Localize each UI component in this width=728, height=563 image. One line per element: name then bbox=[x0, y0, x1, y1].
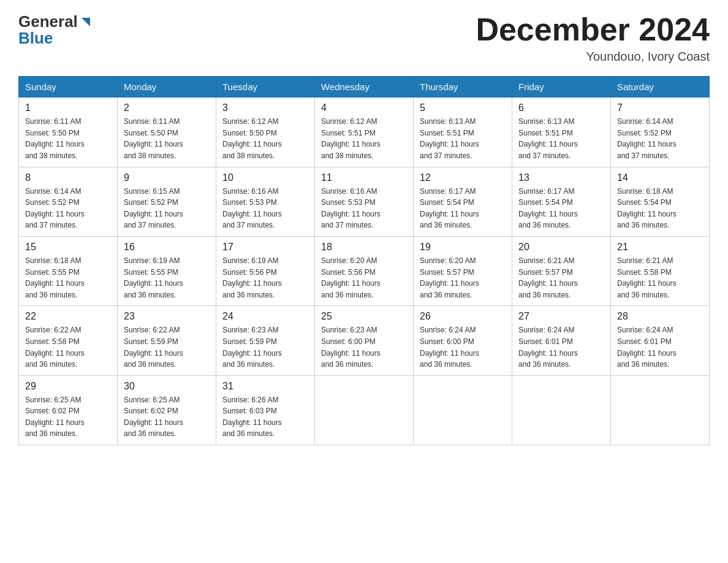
calendar-cell: 22 Sunrise: 6:22 AMSunset: 5:58 PMDaylig… bbox=[19, 306, 118, 375]
calendar-cell: 28 Sunrise: 6:24 AMSunset: 6:01 PMDaylig… bbox=[611, 306, 710, 375]
day-number: 17 bbox=[222, 242, 308, 253]
day-number: 9 bbox=[124, 172, 210, 183]
day-header-saturday: Saturday bbox=[611, 77, 710, 98]
day-header-sunday: Sunday bbox=[19, 77, 118, 98]
calendar-table: SundayMondayTuesdayWednesdayThursdayFrid… bbox=[18, 76, 710, 445]
calendar-cell: 29 Sunrise: 6:25 AMSunset: 6:02 PMDaylig… bbox=[19, 375, 118, 445]
day-number: 3 bbox=[222, 102, 308, 113]
location: Youndouo, Ivory Coast bbox=[476, 50, 710, 64]
calendar-cell: 25 Sunrise: 6:23 AMSunset: 6:00 PMDaylig… bbox=[315, 306, 414, 375]
day-info: Sunrise: 6:23 AMSunset: 6:00 PMDaylight:… bbox=[321, 324, 407, 370]
day-header-monday: Monday bbox=[118, 77, 216, 98]
calendar-cell: 15 Sunrise: 6:18 AMSunset: 5:55 PMDaylig… bbox=[19, 236, 118, 305]
day-number: 18 bbox=[321, 242, 407, 253]
day-info: Sunrise: 6:21 AMSunset: 5:58 PMDaylight:… bbox=[617, 255, 703, 301]
calendar-cell: 27 Sunrise: 6:24 AMSunset: 6:01 PMDaylig… bbox=[512, 306, 611, 375]
calendar-week-row: 1 Sunrise: 6:11 AMSunset: 5:50 PMDayligh… bbox=[19, 98, 710, 167]
calendar-cell: 20 Sunrise: 6:21 AMSunset: 5:57 PMDaylig… bbox=[512, 236, 611, 305]
day-number: 26 bbox=[420, 311, 506, 322]
calendar-cell: 3 Sunrise: 6:12 AMSunset: 5:50 PMDayligh… bbox=[216, 98, 315, 167]
day-number: 13 bbox=[518, 172, 604, 183]
day-number: 10 bbox=[222, 172, 308, 183]
calendar-cell bbox=[611, 375, 710, 445]
day-info: Sunrise: 6:16 AMSunset: 5:53 PMDaylight:… bbox=[321, 186, 407, 231]
calendar-cell: 13 Sunrise: 6:17 AMSunset: 5:54 PMDaylig… bbox=[512, 167, 611, 236]
day-info: Sunrise: 6:24 AMSunset: 6:00 PMDaylight:… bbox=[420, 324, 506, 370]
day-info: Sunrise: 6:15 AMSunset: 5:52 PMDaylight:… bbox=[124, 186, 210, 231]
day-info: Sunrise: 6:22 AMSunset: 5:59 PMDaylight:… bbox=[124, 324, 210, 370]
day-number: 27 bbox=[518, 311, 604, 322]
calendar-cell bbox=[512, 375, 611, 445]
calendar-cell: 9 Sunrise: 6:15 AMSunset: 5:52 PMDayligh… bbox=[118, 167, 216, 236]
day-info: Sunrise: 6:24 AMSunset: 6:01 PMDaylight:… bbox=[518, 324, 604, 370]
calendar-cell: 4 Sunrise: 6:12 AMSunset: 5:51 PMDayligh… bbox=[315, 98, 414, 167]
calendar-week-row: 8 Sunrise: 6:14 AMSunset: 5:52 PMDayligh… bbox=[19, 167, 710, 236]
day-number: 20 bbox=[518, 242, 604, 253]
day-number: 15 bbox=[25, 242, 111, 253]
day-number: 29 bbox=[25, 381, 111, 392]
logo-triangle-icon bbox=[79, 15, 93, 29]
day-info: Sunrise: 6:14 AMSunset: 5:52 PMDaylight:… bbox=[617, 116, 703, 161]
day-number: 28 bbox=[617, 311, 703, 322]
calendar-cell: 2 Sunrise: 6:11 AMSunset: 5:50 PMDayligh… bbox=[118, 98, 216, 167]
calendar-cell: 17 Sunrise: 6:19 AMSunset: 5:56 PMDaylig… bbox=[216, 236, 315, 305]
day-number: 11 bbox=[321, 172, 407, 183]
day-number: 8 bbox=[25, 172, 111, 183]
calendar-cell: 12 Sunrise: 6:17 AMSunset: 5:54 PMDaylig… bbox=[414, 167, 512, 236]
day-number: 31 bbox=[222, 381, 308, 392]
day-number: 4 bbox=[321, 102, 407, 113]
day-number: 19 bbox=[420, 242, 506, 253]
day-info: Sunrise: 6:21 AMSunset: 5:57 PMDaylight:… bbox=[518, 255, 604, 301]
calendar-cell: 31 Sunrise: 6:26 AMSunset: 6:03 PMDaylig… bbox=[216, 375, 315, 445]
day-info: Sunrise: 6:18 AMSunset: 5:55 PMDaylight:… bbox=[25, 255, 111, 301]
day-number: 1 bbox=[25, 102, 111, 113]
day-info: Sunrise: 6:24 AMSunset: 6:01 PMDaylight:… bbox=[617, 324, 703, 370]
day-info: Sunrise: 6:25 AMSunset: 6:02 PMDaylight:… bbox=[124, 394, 210, 440]
day-number: 21 bbox=[617, 242, 703, 253]
day-number: 16 bbox=[124, 242, 210, 253]
calendar-cell: 11 Sunrise: 6:16 AMSunset: 5:53 PMDaylig… bbox=[315, 167, 414, 236]
calendar-body: 1 Sunrise: 6:11 AMSunset: 5:50 PMDayligh… bbox=[19, 98, 710, 445]
calendar-cell: 24 Sunrise: 6:23 AMSunset: 5:59 PMDaylig… bbox=[216, 306, 315, 375]
calendar-week-row: 29 Sunrise: 6:25 AMSunset: 6:02 PMDaylig… bbox=[19, 375, 710, 445]
calendar-cell: 1 Sunrise: 6:11 AMSunset: 5:50 PMDayligh… bbox=[19, 98, 118, 167]
svg-marker-0 bbox=[82, 18, 90, 26]
day-info: Sunrise: 6:19 AMSunset: 5:55 PMDaylight:… bbox=[124, 255, 210, 301]
logo: General Blue bbox=[18, 12, 93, 48]
calendar-cell: 14 Sunrise: 6:18 AMSunset: 5:54 PMDaylig… bbox=[611, 167, 710, 236]
day-info: Sunrise: 6:23 AMSunset: 5:59 PMDaylight:… bbox=[222, 324, 308, 370]
day-header-wednesday: Wednesday bbox=[315, 77, 414, 98]
day-info: Sunrise: 6:17 AMSunset: 5:54 PMDaylight:… bbox=[518, 186, 604, 231]
day-info: Sunrise: 6:13 AMSunset: 5:51 PMDaylight:… bbox=[420, 116, 506, 161]
calendar-cell: 18 Sunrise: 6:20 AMSunset: 5:56 PMDaylig… bbox=[315, 236, 414, 305]
day-number: 6 bbox=[518, 102, 604, 113]
calendar-cell: 21 Sunrise: 6:21 AMSunset: 5:58 PMDaylig… bbox=[611, 236, 710, 305]
logo-blue-text: Blue bbox=[18, 29, 53, 48]
day-header-tuesday: Tuesday bbox=[216, 77, 315, 98]
month-title: December 2024 bbox=[476, 12, 710, 47]
day-number: 5 bbox=[420, 102, 506, 113]
calendar-cell: 10 Sunrise: 6:16 AMSunset: 5:53 PMDaylig… bbox=[216, 167, 315, 236]
day-info: Sunrise: 6:11 AMSunset: 5:50 PMDaylight:… bbox=[25, 116, 111, 161]
calendar-cell: 30 Sunrise: 6:25 AMSunset: 6:02 PMDaylig… bbox=[118, 375, 216, 445]
day-number: 24 bbox=[222, 311, 308, 322]
calendar-cell: 8 Sunrise: 6:14 AMSunset: 5:52 PMDayligh… bbox=[19, 167, 118, 236]
day-info: Sunrise: 6:18 AMSunset: 5:54 PMDaylight:… bbox=[617, 186, 703, 231]
calendar-cell bbox=[315, 375, 414, 445]
calendar-week-row: 15 Sunrise: 6:18 AMSunset: 5:55 PMDaylig… bbox=[19, 236, 710, 305]
page-header: General Blue December 2024 Youndouo, Ivo… bbox=[18, 12, 710, 64]
day-number: 23 bbox=[124, 311, 210, 322]
calendar-cell: 23 Sunrise: 6:22 AMSunset: 5:59 PMDaylig… bbox=[118, 306, 216, 375]
calendar-cell: 6 Sunrise: 6:13 AMSunset: 5:51 PMDayligh… bbox=[512, 98, 611, 167]
day-number: 14 bbox=[617, 172, 703, 183]
day-number: 7 bbox=[617, 102, 703, 113]
day-info: Sunrise: 6:25 AMSunset: 6:02 PMDaylight:… bbox=[25, 394, 111, 440]
calendar-header-row: SundayMondayTuesdayWednesdayThursdayFrid… bbox=[19, 77, 710, 98]
day-number: 22 bbox=[25, 311, 111, 322]
day-info: Sunrise: 6:11 AMSunset: 5:50 PMDaylight:… bbox=[124, 116, 210, 161]
day-header-thursday: Thursday bbox=[414, 77, 512, 98]
day-number: 2 bbox=[124, 102, 210, 113]
calendar-cell: 5 Sunrise: 6:13 AMSunset: 5:51 PMDayligh… bbox=[414, 98, 512, 167]
day-info: Sunrise: 6:26 AMSunset: 6:03 PMDaylight:… bbox=[222, 394, 308, 440]
calendar-cell: 26 Sunrise: 6:24 AMSunset: 6:00 PMDaylig… bbox=[414, 306, 512, 375]
